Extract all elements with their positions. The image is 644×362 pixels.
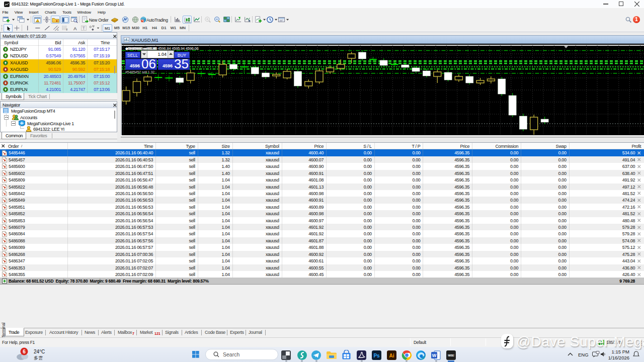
svg-text:W: W bbox=[432, 353, 437, 358]
svg-text:6: 6 bbox=[23, 349, 26, 354]
svg-text:A: A bbox=[73, 26, 77, 31]
svg-text:T: T bbox=[83, 26, 85, 31]
svg-text:Ai: Ai bbox=[389, 353, 394, 358]
svg-text:c: c bbox=[57, 29, 59, 31]
svg-text:Ps: Ps bbox=[373, 353, 380, 358]
svg-text:WISE: WISE bbox=[448, 354, 454, 357]
svg-text:F: F bbox=[66, 29, 68, 31]
